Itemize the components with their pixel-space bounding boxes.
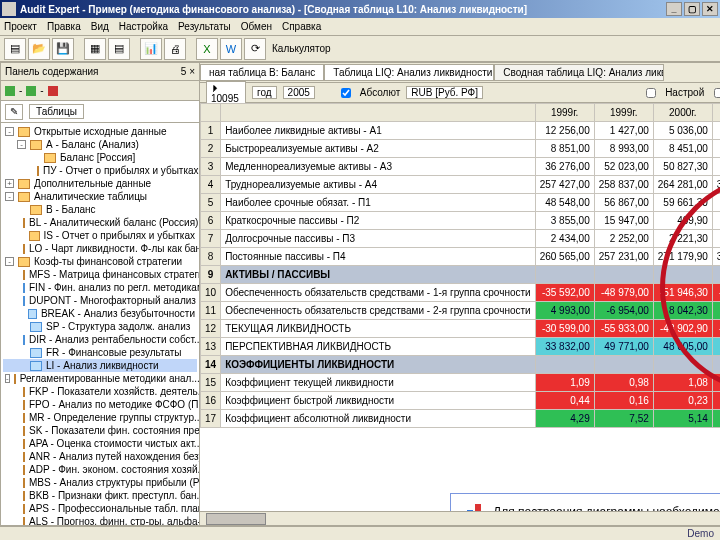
menu-edit[interactable]: Правка — [47, 21, 81, 32]
table-row[interactable]: 6Краткосрочные пассивы - П23 855,0015 94… — [201, 212, 721, 230]
cell[interactable]: 0,31 — [712, 392, 720, 410]
cell[interactable]: 57 364,80 — [712, 338, 720, 356]
tree-item[interactable]: DIR - Анализ рентабельности собст... — [3, 333, 197, 346]
menu-view[interactable]: Вид — [91, 21, 109, 32]
tree-item[interactable]: В - Баланс — [3, 203, 197, 216]
cell[interactable]: 0,16 — [594, 392, 653, 410]
tool-open[interactable]: 📂 — [28, 38, 50, 60]
tree-item[interactable]: BREAK - Анализ безубыточности — [3, 307, 197, 320]
menu-project[interactable]: Проект — [4, 21, 37, 32]
cell[interactable]: 59 661,30 — [653, 194, 712, 212]
cell[interactable]: 36 276,00 — [535, 158, 594, 176]
h-scrollbar[interactable] — [200, 511, 720, 525]
tree-item[interactable]: +Дополнительные данные — [3, 177, 197, 190]
table-row[interactable]: 5Наиболее срочные обязат. - П148 548,005… — [201, 194, 721, 212]
sidebar-fivex[interactable]: 5 × — [181, 66, 195, 77]
cell[interactable]: 2 434,00 — [535, 230, 594, 248]
cell[interactable] — [594, 356, 653, 374]
cell[interactable]: 325 414,82 — [712, 248, 720, 266]
tree-item[interactable]: -Коэф-ты финансовой стратегии — [3, 255, 197, 268]
cell[interactable]: 8 851,00 — [535, 140, 594, 158]
table-row[interactable]: 4Труднореализуемые активы - А4257 427,00… — [201, 176, 721, 194]
cell[interactable] — [653, 356, 712, 374]
cell[interactable]: 10 141,20 — [712, 140, 720, 158]
maximize-button[interactable]: ▢ — [684, 2, 700, 16]
tree-item[interactable]: BL - Аналитический баланс (Россия) — [3, 216, 197, 229]
cell[interactable]: 2 667,00 — [712, 230, 720, 248]
tree-twisty-icon[interactable]: + — [5, 179, 14, 188]
tree-item[interactable]: Баланс [Россия] — [3, 151, 197, 164]
cell[interactable]: 1,14 — [712, 374, 720, 392]
cell[interactable]: 50 827,30 — [653, 158, 712, 176]
tool-layout[interactable]: ▦ — [84, 38, 106, 60]
cell[interactable]: 0,23 — [653, 392, 712, 410]
menu-settings[interactable]: Настройка — [119, 21, 168, 32]
tree-item[interactable]: ADP - Фин. эконом. состояния хозяй... — [3, 463, 197, 476]
cell[interactable]: 0,44 — [535, 392, 594, 410]
cell[interactable] — [712, 356, 720, 374]
tool-refresh[interactable]: ⟳ — [244, 38, 266, 60]
tree-item[interactable]: FPO - Анализ по методике ФСФО (При... — [3, 398, 197, 411]
green-square-icon-2[interactable] — [26, 86, 36, 96]
cell[interactable]: 257 231,00 — [594, 248, 653, 266]
table-row[interactable]: 13ПЕРСПЕКТИВНАЯ ЛИКВИДНОСТЬ33 832,0049 7… — [201, 338, 721, 356]
cell[interactable] — [712, 266, 720, 284]
table-row[interactable]: 1Наиболее ликвидные активы - А112 256,00… — [201, 122, 721, 140]
tree-twisty-icon[interactable]: - — [5, 374, 10, 383]
tool-word[interactable]: W — [220, 38, 242, 60]
cell[interactable]: 71 593,56 — [712, 194, 720, 212]
close-button[interactable]: ✕ — [702, 2, 718, 16]
tree-item[interactable]: -Регламентированные методики анал... — [3, 372, 197, 385]
cell[interactable]: -50 327,36 — [712, 320, 720, 338]
cell[interactable]: 264 281,00 — [653, 176, 712, 194]
table-row[interactable]: 9АКТИВЫ / ПАССИВЫ — [201, 266, 721, 284]
grid-wrap[interactable]: 1999г.1999г.2000г.2001г.201Наиболее ликв… — [200, 103, 720, 511]
column-header[interactable]: 1999г. — [535, 104, 594, 122]
tool-print[interactable]: 🖨 — [164, 38, 186, 60]
column-header[interactable] — [201, 104, 221, 122]
tool-grid[interactable]: ▤ — [108, 38, 130, 60]
cell[interactable]: 12 256,00 — [535, 122, 594, 140]
cell[interactable]: 15 947,00 — [594, 212, 653, 230]
tree-item[interactable]: -Открытые исходные данные — [3, 125, 197, 138]
tree-item[interactable]: LO - Чарт ликвидности. Ф-лы как бан... — [3, 242, 197, 255]
cell[interactable]: 8 451,00 — [653, 140, 712, 158]
cell[interactable]: 2 252,00 — [594, 230, 653, 248]
tool-excel[interactable]: X — [196, 38, 218, 60]
column-header[interactable]: 2000г. — [653, 104, 712, 122]
tool-new[interactable]: ▤ — [4, 38, 26, 60]
tree-item[interactable]: APA - Оценка стоимости чистых акт... — [3, 437, 197, 450]
table-row[interactable]: 16Коэффициент быстрой ликвидности0,440,1… — [201, 392, 721, 410]
tree-twisty-icon[interactable]: - — [5, 192, 14, 201]
year-mode[interactable]: год — [252, 86, 277, 99]
tree-item[interactable]: MFS - Матрица финансовых стратегий — [3, 268, 197, 281]
cell[interactable]: 317 137,20 — [712, 176, 720, 194]
cell[interactable] — [653, 266, 712, 284]
tree-item[interactable]: DUPONT - Многофакторный анализ рен... — [3, 294, 197, 307]
cell[interactable]: 8 993,00 — [594, 140, 653, 158]
cell[interactable]: 56 867,00 — [594, 194, 653, 212]
menu-results[interactable]: Результаты — [178, 21, 231, 32]
menu-help[interactable]: Справка — [282, 21, 321, 32]
data-grid[interactable]: 1999г.1999г.2000г.2001г.201Наиболее ликв… — [200, 103, 720, 428]
tree-item[interactable]: APS - Профессиональные табл. план... — [3, 502, 197, 515]
doc-tab-0[interactable]: ная таблица B: Баланс — [200, 64, 324, 81]
minimize-button[interactable]: _ — [666, 2, 682, 16]
year-value[interactable]: 2005 — [283, 86, 315, 99]
tree-item[interactable]: MBS - Анализ структуры прибыли (Ра... — [3, 476, 197, 489]
cell[interactable]: 271 179,90 — [653, 248, 712, 266]
table-row[interactable]: 11Обеспеченность обязательств средствами… — [201, 302, 721, 320]
column-header[interactable]: 2001г. — [712, 104, 720, 122]
tree-item[interactable]: FR - Финансовые результаты — [3, 346, 197, 359]
cell[interactable]: 409,90 — [653, 212, 712, 230]
nastroi-checkbox[interactable] — [646, 88, 656, 98]
tree-item[interactable]: LI - Анализ ликвидности — [3, 359, 197, 372]
cell[interactable]: 258 837,00 — [594, 176, 653, 194]
cell[interactable]: -59 977,96 — [712, 284, 720, 302]
tree-item[interactable]: BKB - Признаки фикт. преступл. бан... — [3, 489, 197, 502]
table-row[interactable]: 15Коэффициент текущей ликвидности1,090,9… — [201, 374, 721, 392]
cell[interactable]: 257 427,00 — [535, 176, 594, 194]
cell[interactable]: 1,09 — [535, 374, 594, 392]
table-row[interactable]: 12ТЕКУЩАЯ ЛИКВИДНОСТЬ-30 599,00-55 933,0… — [201, 320, 721, 338]
tree-item[interactable]: ANR - Анализ путей нахождения безу... — [3, 450, 197, 463]
